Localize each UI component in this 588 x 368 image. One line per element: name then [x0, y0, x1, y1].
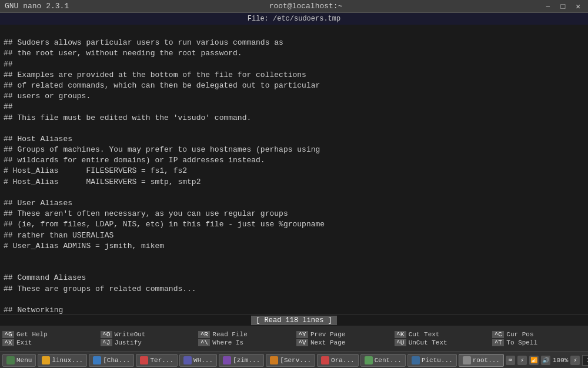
shortcut-label-writeout: WriteOut [115, 331, 146, 338]
cha-label: [Cha... [103, 357, 130, 364]
shortcut-key-nextpage: ^V [296, 339, 308, 346]
title-bar: GNU nano 2.3.1 root@localhost:~ − □ ✕ [0, 0, 588, 13]
app-name: GNU nano 2.3.1 [5, 2, 69, 11]
close-button[interactable]: ✕ [573, 2, 583, 11]
minimize-button[interactable]: − [543, 2, 553, 11]
shortcut-prevpage[interactable]: ^Y Prev Page [296, 331, 390, 338]
pictu-icon [412, 356, 420, 364]
taskbar-zim[interactable]: [zim... [219, 354, 264, 367]
shortcut-col-6: ^C Cur Pos ^T To Spell [490, 326, 588, 352]
taskbar-cha[interactable]: [Cha... [89, 354, 134, 367]
linux-label: linux... [52, 357, 83, 364]
taskbar-ora[interactable]: Ora... [317, 354, 359, 367]
menu-icon [6, 356, 15, 364]
cent-label: Cent... [375, 357, 402, 364]
wh-icon [183, 356, 192, 364]
shortcut-label-whereis: Where Is [212, 339, 243, 346]
shortcut-bar: ^G Get Help ^X Exit ^O WriteOut ^J Justi… [0, 326, 588, 352]
shortcut-cuttext[interactable]: ^K Cut Text [395, 331, 488, 338]
pictu-label: Pictu... [422, 357, 453, 364]
power-icon: ⚡ [570, 356, 580, 365]
shortcut-col-4: ^Y Prev Page ^V Next Page [294, 326, 392, 352]
sound-icon: 🔊 [541, 356, 550, 365]
serv-icon [270, 356, 278, 364]
battery-label: 100% [553, 357, 568, 364]
shortcut-nextpage[interactable]: ^V Next Page [296, 339, 390, 346]
shortcut-label-curpos: Cur Pos [506, 331, 533, 338]
text-editor[interactable]: ## Sudoers allows particular users to ru… [0, 25, 588, 314]
taskbar-ter[interactable]: Ter... [136, 354, 178, 367]
ter-icon [140, 356, 148, 364]
taskbar-cent[interactable]: Cent... [360, 354, 406, 367]
taskbar-right: ⌨ ⚡ 📶 🔊 100% ⚡ 10:25 [506, 355, 588, 366]
taskbar-serv[interactable]: [Serv... [266, 354, 315, 367]
window-title: root@localhost:~ [269, 2, 343, 11]
shortcut-col-5: ^K Cut Text ^U UnCut Text [392, 326, 490, 352]
shortcut-tospell[interactable]: ^T To Spell [492, 339, 586, 346]
shortcut-key-gethelp: ^G [2, 331, 14, 338]
maximize-button[interactable]: □ [558, 2, 569, 11]
network-icon: 📶 [529, 356, 539, 365]
taskbar: Menu linux... [Cha... Ter... WH... [zim.… [0, 352, 588, 368]
shortcut-get-help[interactable]: ^G Get Help [2, 331, 96, 338]
ter-label: Ter... [150, 357, 173, 364]
shortcut-key-writeout: ^O [101, 331, 112, 338]
shortcut-col-2: ^O WriteOut ^J Justify [98, 326, 196, 352]
shortcut-label-uncuttext: UnCut Text [409, 339, 447, 346]
shortcut-label-exit: Exit [16, 339, 32, 346]
shortcut-justify[interactable]: ^J Justify [101, 339, 194, 346]
shortcut-key-uncuttext: ^U [395, 339, 406, 346]
taskbar-menu[interactable]: Menu [2, 354, 36, 367]
shortcut-key-tospell: ^T [492, 339, 504, 346]
shortcut-label-readfile: Read File [212, 331, 247, 338]
shortcut-key-prevpage: ^Y [296, 331, 308, 338]
shortcut-label-tospell: To Spell [506, 339, 537, 346]
ora-icon [321, 356, 329, 364]
file-title-bar: File: /etc/sudoers.tmp [0, 13, 588, 25]
shortcut-uncuttext[interactable]: ^U UnCut Text [395, 339, 488, 346]
linux-icon [42, 356, 50, 364]
bluetooth-icon: ⚡ [517, 356, 527, 365]
shortcut-key-justify: ^J [101, 339, 112, 346]
shortcut-label-gethelp: Get Help [16, 331, 48, 338]
root-label: root... [473, 357, 500, 364]
shortcut-curpos[interactable]: ^C Cur Pos [492, 331, 586, 338]
taskbar-root[interactable]: root... [459, 354, 504, 367]
shortcut-writeout[interactable]: ^O WriteOut [101, 331, 194, 338]
menu-label: Menu [16, 357, 32, 364]
shortcut-label-prevpage: Prev Page [310, 331, 345, 338]
status-bar: [ Read 118 lines ] [0, 314, 588, 326]
shortcut-label-justify: Justify [115, 339, 142, 346]
ora-label: Ora... [331, 357, 355, 364]
taskbar-linux[interactable]: linux... [38, 354, 87, 367]
shortcut-key-exit: ^X [2, 339, 14, 346]
taskbar-wh[interactable]: WH... [179, 354, 217, 367]
keyboard-icon: ⌨ [506, 356, 515, 365]
shortcut-whereis[interactable]: ^\ Where Is [198, 339, 292, 346]
shortcut-readfile[interactable]: ^R Read File [198, 331, 292, 338]
file-path: File: /etc/sudoers.tmp [248, 15, 340, 23]
root-icon [463, 356, 471, 364]
zim-icon [223, 356, 231, 364]
shortcut-key-cuttext: ^K [395, 331, 406, 338]
shortcut-label-nextpage: Next Page [310, 339, 345, 346]
clock: 10:25 [582, 355, 588, 366]
shortcut-key-readfile: ^R [198, 331, 210, 338]
taskbar-pictu[interactable]: Pictu... [407, 354, 457, 367]
shortcut-key-whereis: ^\ [198, 339, 210, 346]
cent-icon [365, 356, 373, 364]
shortcut-key-curpos: ^C [492, 331, 504, 338]
zim-label: [zim... [233, 357, 260, 364]
cha-icon [93, 356, 101, 364]
shortcut-col-3: ^R Read File ^\ Where Is [196, 326, 294, 352]
shortcut-label-cuttext: Cut Text [409, 331, 440, 338]
shortcut-col-1: ^G Get Help ^X Exit [0, 326, 98, 352]
wh-label: WH... [193, 357, 213, 364]
status-message: [ Read 118 lines ] [251, 316, 337, 325]
serv-label: [Serv... [280, 357, 311, 364]
shortcut-exit[interactable]: ^X Exit [2, 339, 96, 346]
editor-content: ## Sudoers allows particular users to ru… [4, 38, 588, 314]
window-controls: − □ ✕ [543, 2, 583, 11]
